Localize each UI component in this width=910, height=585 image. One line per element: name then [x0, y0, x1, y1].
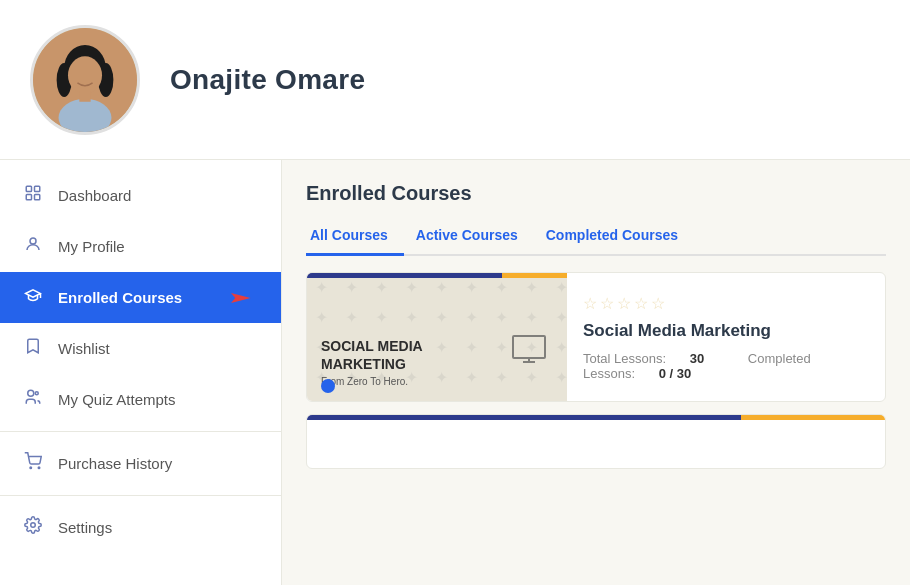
svg-point-4 — [68, 56, 102, 94]
course-title: Social Media Marketing — [583, 321, 869, 341]
header: Onajite Omare — [0, 0, 910, 160]
thumbnail-title: SOCIAL MEDIAMARKETING — [321, 337, 423, 373]
sidebar-divider-2 — [0, 495, 281, 496]
sidebar-item-my-quiz-attempts[interactable]: My Quiz Attempts — [0, 374, 281, 425]
svg-point-17 — [31, 523, 36, 528]
user-name: Onajite Omare — [170, 64, 365, 96]
main-content: Enrolled Courses All Courses Active Cour… — [282, 160, 910, 585]
dashboard-icon — [22, 184, 44, 207]
sidebar-item-settings[interactable]: Settings — [0, 502, 281, 553]
svg-rect-7 — [26, 186, 31, 191]
star-2: ☆ — [600, 294, 614, 313]
purchase-history-label: Purchase History — [58, 455, 172, 472]
svg-marker-12 — [231, 293, 251, 303]
total-lessons-value: 30 — [690, 351, 704, 366]
section-title: Enrolled Courses — [306, 182, 886, 205]
wishlist-label: Wishlist — [58, 340, 110, 357]
svg-point-11 — [30, 238, 36, 244]
dashboard-label: Dashboard — [58, 187, 131, 204]
presentation-icon — [511, 334, 547, 371]
sidebar-item-my-profile[interactable]: My Profile — [0, 221, 281, 272]
settings-icon — [22, 516, 44, 539]
course-card[interactable]: ✦ SOCIAL MEDIAMARKETING From Zero To Her… — [306, 272, 886, 402]
star-rating: ☆ ☆ ☆ ☆ ☆ — [583, 294, 869, 313]
sidebar-item-purchase-history[interactable]: Purchase History — [0, 438, 281, 489]
course-card-partial[interactable] — [306, 414, 886, 469]
svg-rect-8 — [35, 186, 40, 191]
tab-all-courses[interactable]: All Courses — [306, 219, 404, 256]
purchase-icon — [22, 452, 44, 475]
my-profile-label: My Profile — [58, 238, 125, 255]
tabs: All Courses Active Courses Completed Cou… — [306, 219, 886, 256]
star-1: ☆ — [583, 294, 597, 313]
svg-rect-20 — [513, 336, 545, 358]
svg-rect-6 — [79, 90, 90, 101]
settings-label: Settings — [58, 519, 112, 536]
avatar — [30, 25, 140, 135]
star-4: ☆ — [634, 294, 648, 313]
course-thumbnail: ✦ SOCIAL MEDIAMARKETING From Zero To Her… — [307, 273, 567, 401]
svg-point-15 — [30, 467, 32, 469]
sidebar-item-dashboard[interactable]: Dashboard — [0, 170, 281, 221]
svg-rect-9 — [26, 195, 31, 200]
svg-point-14 — [35, 392, 38, 395]
partial-top-bar — [307, 415, 885, 420]
profile-icon — [22, 235, 44, 258]
tab-completed-courses[interactable]: Completed Courses — [542, 219, 694, 256]
sidebar-item-enrolled-courses[interactable]: Enrolled Courses — [0, 272, 281, 323]
enrolled-courses-label: Enrolled Courses — [58, 289, 182, 306]
enrolled-courses-icon — [22, 286, 44, 309]
tab-active-courses[interactable]: Active Courses — [412, 219, 534, 256]
svg-rect-10 — [35, 195, 40, 200]
svg-point-16 — [38, 467, 40, 469]
star-3: ☆ — [617, 294, 631, 313]
completed-lessons-value: 0 / 30 — [659, 366, 692, 381]
my-quiz-attempts-label: My Quiz Attempts — [58, 391, 176, 408]
course-meta: Total Lessons: 30 Completed Lessons: 0 /… — [583, 351, 869, 381]
course-info: ☆ ☆ ☆ ☆ ☆ Social Media Marketing Total L… — [567, 273, 885, 401]
total-lessons: Total Lessons: 30 — [583, 351, 728, 366]
sidebar-item-wishlist[interactable]: Wishlist — [0, 323, 281, 374]
thumbnail-top-bar — [307, 273, 567, 278]
star-5: ☆ — [651, 294, 665, 313]
svg-point-13 — [28, 390, 34, 396]
progress-dot — [321, 379, 335, 393]
quiz-icon — [22, 388, 44, 411]
arrow-indicator — [231, 288, 259, 308]
total-lessons-label: Total Lessons: — [583, 351, 666, 366]
sidebar-divider — [0, 431, 281, 432]
sidebar: Dashboard My Profile Enrolled Courses — [0, 160, 282, 585]
wishlist-icon — [22, 337, 44, 360]
